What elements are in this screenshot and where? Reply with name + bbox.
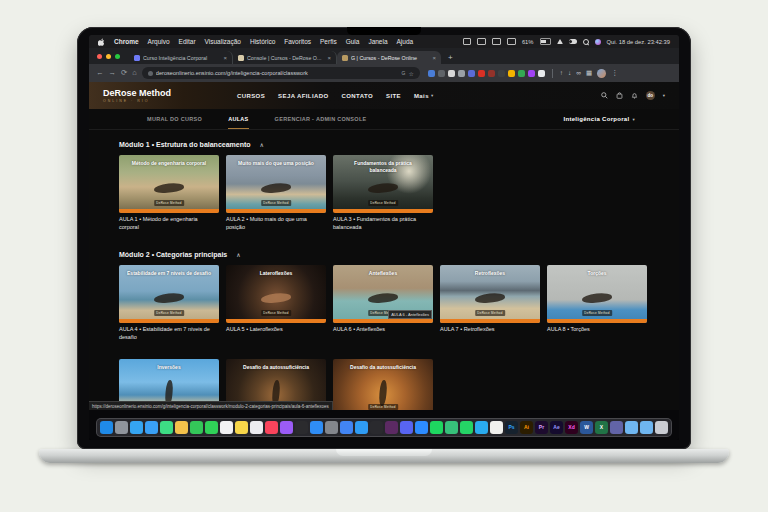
collapse-icon[interactable]: ∧ (260, 141, 264, 148)
dock-icon-facetime[interactable] (205, 421, 218, 434)
home-button[interactable]: ⌂ (132, 69, 137, 77)
dock-icon-teams[interactable] (610, 421, 623, 434)
dock-icon-appstore[interactable] (310, 421, 323, 434)
dock-icon-maps[interactable] (160, 421, 173, 434)
dock-icon-settings[interactable] (325, 421, 338, 434)
dock-icon-notes[interactable] (235, 421, 248, 434)
apple-logo-icon[interactable] (98, 38, 105, 46)
password-manager-icon[interactable]: G (402, 70, 406, 76)
tab-close-icon[interactable]: × (432, 55, 436, 61)
address-bar[interactable]: deroseonlinerio.ensinio.com/g/inteligenc… (142, 67, 420, 79)
dock-icon-launchpad[interactable] (115, 421, 128, 434)
lesson-card[interactable]: Estabilidade em 7 níveis de desafio DeRo… (119, 265, 219, 352)
shopping-bag-icon[interactable] (616, 92, 623, 99)
dock-icon-vscode[interactable] (355, 421, 368, 434)
share-icon[interactable]: ↑ (560, 70, 563, 77)
site-settings-icon[interactable] (148, 71, 153, 76)
course-selector[interactable]: Inteligência Corporal ▾ (563, 116, 635, 122)
battery-icon[interactable] (540, 38, 551, 45)
dock-icon-finder[interactable] (100, 421, 113, 434)
dock-icon-discord[interactable] (400, 421, 413, 434)
tab-close-icon[interactable]: × (223, 55, 227, 61)
menubar-item-chrome[interactable]: Chrome (114, 38, 139, 45)
menubar-item-editar[interactable]: Editar (179, 38, 196, 45)
menubar-screen-mirror-icon[interactable] (507, 38, 516, 45)
url-text[interactable]: deroseonlinerio.ensinio.com/g/inteligenc… (156, 70, 399, 76)
dock-icon-aftereffects[interactable]: Ae (550, 421, 563, 434)
lesson-card[interactable]: Lateroflexões DeRose Method AULA 5 • Lat… (226, 265, 326, 352)
menubar-clock[interactable]: Qui. 18 de dez. 23:42:39 (607, 39, 671, 45)
extension-icon-ext-gray[interactable] (458, 70, 465, 77)
siri-icon[interactable] (595, 39, 601, 45)
close-window-button[interactable] (97, 54, 102, 59)
dock-icon-chrome[interactable] (340, 421, 353, 434)
lesson-card[interactable]: Método de engenharia corporal DeRose Met… (119, 155, 219, 242)
extension-icon-ext-slate[interactable] (438, 70, 445, 77)
browser-tab[interactable]: Curso Inteligência Corporal × (129, 51, 233, 64)
dock-icon-music[interactable] (265, 421, 278, 434)
dock-icon-folder[interactable] (625, 421, 638, 434)
dock-icon-word[interactable]: W (580, 421, 593, 434)
browser-profile-avatar[interactable] (597, 69, 606, 78)
wifi-icon[interactable] (557, 39, 563, 44)
browser-tab[interactable]: G | Cursos - DeRose Online × (337, 51, 441, 64)
extension-icon-ext-indigo[interactable] (468, 70, 475, 77)
link-icon[interactable]: ∞ (576, 70, 581, 77)
reload-button[interactable]: ⟳ (121, 69, 127, 77)
dock-icon-excel[interactable]: X (595, 421, 608, 434)
extension-icon-ext-white[interactable] (538, 70, 545, 77)
extension-icon-ext-purple[interactable] (528, 70, 535, 77)
downloads-icon[interactable]: ↓ (568, 70, 571, 77)
lesson-card[interactable]: Torções DeRose Method AULA 8 • Torções (547, 265, 647, 352)
extension-icon-ext-blue[interactable] (428, 70, 435, 77)
dock-icon-messages[interactable] (190, 421, 203, 434)
lesson-card[interactable]: Anteflexões DeRose Method AULA 6 - Antef… (333, 265, 433, 352)
forward-button[interactable]: → (109, 69, 117, 77)
menubar-item-visualiza-o[interactable]: Visualização (205, 38, 241, 45)
new-tab-button[interactable]: + (448, 54, 453, 62)
menubar-keyboard-icon[interactable] (477, 38, 486, 45)
extension-icon-ext-amber[interactable] (508, 70, 515, 77)
spotlight-search-icon[interactable] (583, 39, 589, 45)
nav-site[interactable]: SITE (386, 93, 401, 99)
menubar-display-icon[interactable] (492, 38, 501, 45)
dock-icon-mail[interactable] (145, 421, 158, 434)
lesson-card[interactable]: Desafio da autossuficiência DeRose Metho… (333, 359, 433, 410)
dock-icon-figma[interactable] (445, 421, 458, 434)
course-tab-mural-do-curso[interactable]: MURAL DO CURSO (147, 109, 202, 129)
dock-icon-downloads[interactable] (640, 421, 653, 434)
dock-icon-premiere[interactable]: Pr (535, 421, 548, 434)
dock-icon-reminders[interactable] (250, 421, 263, 434)
nav-mais[interactable]: Mais ▾ (414, 93, 434, 99)
extension-icon-ext-pencil[interactable] (448, 70, 455, 77)
collapse-icon[interactable]: ∧ (236, 251, 240, 258)
dock-icon-slack[interactable] (385, 421, 398, 434)
extension-icon-ext-dark[interactable] (498, 70, 505, 77)
extension-icon-ext-green[interactable] (518, 70, 525, 77)
menubar-window-icon[interactable] (463, 38, 471, 45)
dock-icon-telegram[interactable] (475, 421, 488, 434)
menubar-item-hist-rico[interactable]: Histórico (250, 38, 275, 45)
lesson-card[interactable]: Retroflexões DeRose Method AULA 7 • Retr… (440, 265, 540, 352)
dock-icon-xd[interactable]: Xd (565, 421, 578, 434)
tab-groups-icon[interactable]: ▦ (586, 70, 592, 77)
menubar-item-perfis[interactable]: Perfis (320, 38, 337, 45)
dock-icon-zoom[interactable] (415, 421, 428, 434)
nav-contato[interactable]: CONTATO (342, 93, 373, 99)
tab-close-icon[interactable]: × (327, 55, 331, 61)
nav-cursos[interactable]: CURSOS (237, 93, 265, 99)
menubar-item-favoritos[interactable]: Favoritos (284, 38, 311, 45)
back-button[interactable]: ← (96, 69, 104, 77)
lesson-card[interactable]: Fundamentos da prática balanceada DeRose… (333, 155, 433, 242)
menubar-item-guia[interactable]: Guia (346, 38, 360, 45)
search-icon[interactable] (601, 92, 608, 99)
browser-menu-icon[interactable]: ⋮ (611, 69, 618, 77)
dock-icon-spotify[interactable] (430, 421, 443, 434)
menubar-item-ajuda[interactable]: Ajuda (397, 38, 414, 45)
dock-icon-safari[interactable] (130, 421, 143, 434)
dock-icon-notion[interactable] (490, 421, 503, 434)
course-tab-aulas[interactable]: AULAS (228, 109, 248, 129)
bell-icon[interactable] (631, 92, 638, 99)
dock-icon-whatsapp[interactable] (460, 421, 473, 434)
nav-seja-afiliado[interactable]: SEJA AFILIADO (278, 93, 328, 99)
